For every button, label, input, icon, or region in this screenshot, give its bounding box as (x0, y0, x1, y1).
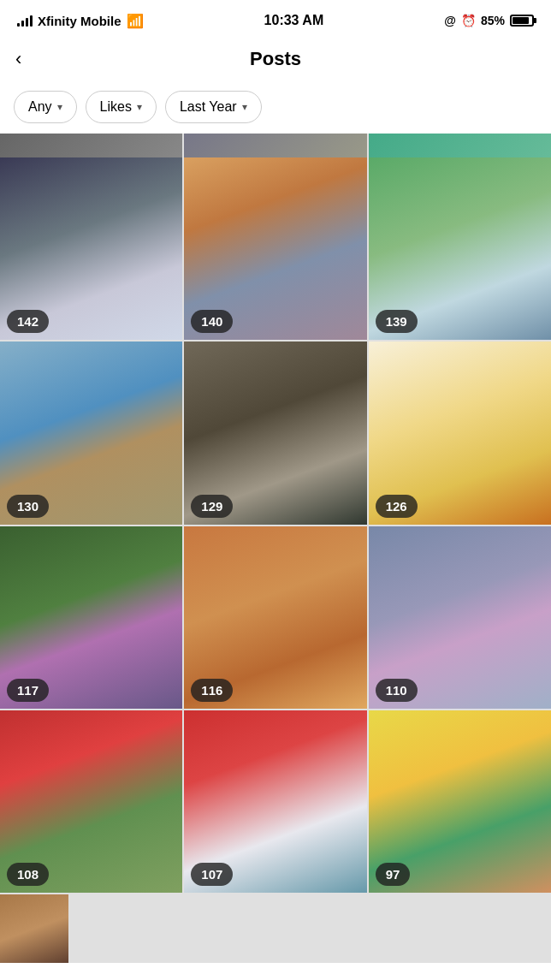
grid-item[interactable]: 110 (369, 526, 551, 709)
likes-badge: 117 (7, 679, 49, 702)
partial-cell-1 (0, 134, 182, 157)
year-filter-button[interactable]: Last Year ▾ (165, 91, 262, 123)
grid-item[interactable]: 116 (184, 526, 366, 709)
status-bar: Xfinity Mobile 📶 10:33 AM @ ⏰ 85% (0, 0, 551, 38)
any-chevron-icon: ▾ (57, 101, 62, 113)
year-chevron-icon: ▾ (242, 101, 247, 113)
likes-badge: 110 (376, 679, 418, 702)
likes-badge: 126 (376, 495, 418, 518)
back-button[interactable]: ‹ (15, 50, 21, 68)
top-partial-row (0, 134, 551, 157)
likes-chevron-icon: ▾ (137, 101, 142, 113)
grid-item[interactable] (0, 894, 68, 963)
grid-item[interactable]: 130 (0, 342, 182, 524)
likes-badge: 139 (376, 310, 418, 333)
signal-icon (17, 15, 33, 27)
any-filter-label: Any (28, 99, 52, 115)
year-filter-label: Last Year (180, 99, 237, 115)
battery-percent: 85% (481, 14, 505, 27)
grid-item[interactable]: 117 (0, 526, 182, 709)
grid-item[interactable]: 126 (369, 342, 551, 524)
status-left: Xfinity Mobile 📶 (17, 13, 144, 29)
clock: 10:33 AM (264, 13, 324, 28)
grid-item[interactable]: 97 (369, 710, 551, 893)
nav-header: ‹ Posts (0, 38, 551, 80)
post-image (0, 894, 68, 963)
grid-item[interactable]: 139 (369, 157, 551, 340)
likes-badge: 140 (191, 310, 233, 333)
at-icon: @ (444, 14, 456, 27)
likes-filter-button[interactable]: Likes ▾ (86, 91, 157, 123)
likes-badge: 107 (191, 863, 233, 886)
likes-badge: 142 (7, 310, 49, 333)
alarm-icon: ⏰ (461, 14, 476, 27)
likes-badge: 97 (376, 863, 411, 886)
filter-bar: Any ▾ Likes ▾ Last Year ▾ (0, 80, 551, 134)
grid-item[interactable]: 142 (0, 157, 182, 340)
battery-icon (510, 15, 534, 27)
grid-item[interactable]: 108 (0, 710, 182, 893)
likes-badge: 129 (191, 495, 233, 518)
likes-filter-label: Likes (100, 99, 132, 115)
wifi-icon: 📶 (127, 13, 144, 29)
partial-cell-3 (369, 134, 551, 157)
likes-badge: 130 (7, 495, 49, 518)
posts-grid: 14214013913012912611711611010810797 (0, 157, 551, 963)
page-title: Posts (250, 48, 301, 70)
grid-item[interactable]: 140 (184, 157, 366, 340)
carrier-label: Xfinity Mobile (38, 14, 121, 28)
any-filter-button[interactable]: Any ▾ (14, 91, 77, 123)
status-right: @ ⏰ 85% (444, 14, 534, 27)
grid-item[interactable]: 107 (184, 710, 366, 893)
partial-cell-2 (184, 134, 366, 157)
likes-badge: 116 (191, 679, 233, 702)
grid-item[interactable]: 129 (184, 342, 366, 524)
likes-badge: 108 (7, 863, 49, 886)
